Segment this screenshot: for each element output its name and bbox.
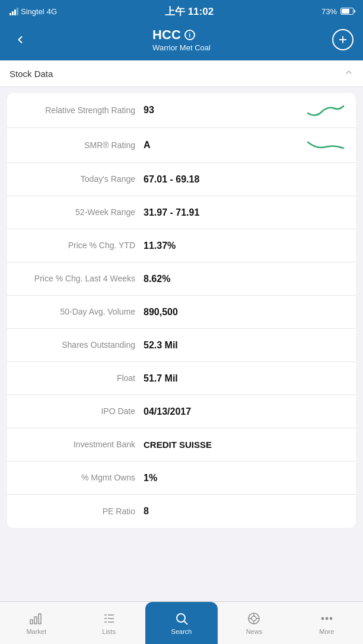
- lists-icon: [102, 611, 116, 626]
- header-center: HCC i Warrior Met Coal: [152, 27, 211, 52]
- section-header: Stock Data: [0, 60, 363, 87]
- table-row: 50-Day Avg. Volume 890,500: [7, 296, 356, 329]
- row-value-4: 11.37%: [144, 241, 346, 251]
- status-time: 上午 11:02: [165, 5, 214, 18]
- table-row: % Mgmt Owns 1%: [7, 462, 356, 495]
- row-value-8: 51.7 Mil: [144, 373, 346, 384]
- table-row: Float 51.7 Mil: [7, 362, 356, 395]
- sparkline-1: [305, 136, 346, 154]
- network-label: 4G: [47, 7, 57, 16]
- row-value-9: 04/13/2017: [144, 406, 346, 417]
- row-value-12: 8: [144, 506, 346, 517]
- status-left: Singtel 4G: [9, 7, 57, 16]
- table-row: SMR® Rating A: [7, 128, 356, 163]
- row-value-5: 8.62%: [144, 274, 346, 284]
- news-icon: [247, 611, 261, 626]
- nav-lists-label: Lists: [102, 628, 116, 635]
- more-icon: [320, 611, 334, 626]
- table-row: PE Ratio 8: [7, 495, 356, 528]
- nav-market[interactable]: Market: [0, 602, 72, 644]
- info-icon-button[interactable]: i: [184, 30, 195, 40]
- status-bar: Singtel 4G 上午 11:02 73%: [0, 0, 363, 21]
- status-right: 73%: [321, 7, 354, 16]
- row-value-10: CREDIT SUISSE: [144, 440, 346, 450]
- row-label-10: Investment Bank: [17, 439, 135, 450]
- carrier-label: Singtel: [21, 7, 44, 16]
- row-label-1: SMR® Rating: [17, 140, 135, 150]
- row-label-12: PE Ratio: [17, 506, 135, 517]
- row-value-11: 1%: [144, 473, 346, 483]
- svg-point-21: [330, 617, 332, 619]
- row-value-7: 52.3 Mil: [144, 340, 346, 351]
- chart-icon: [29, 611, 43, 626]
- svg-point-14: [251, 616, 256, 621]
- row-label-6: 50-Day Avg. Volume: [17, 306, 135, 317]
- svg-line-12: [184, 621, 188, 624]
- svg-point-19: [321, 617, 323, 619]
- table-row: Price % Chg. YTD 11.37%: [7, 229, 356, 262]
- svg-rect-2: [30, 620, 33, 624]
- table-row: IPO Date 04/13/2017: [7, 395, 356, 428]
- battery-percent: 73%: [321, 7, 337, 16]
- row-value-0: 93: [144, 105, 305, 116]
- battery-icon: [340, 8, 354, 15]
- header: HCC i Warrior Met Coal: [0, 21, 363, 60]
- row-value-3: 31.97 - 71.91: [144, 207, 346, 218]
- nav-more-label: More: [319, 628, 334, 635]
- row-label-9: IPO Date: [17, 406, 135, 416]
- nav-lists[interactable]: Lists: [72, 602, 145, 644]
- row-label-3: 52-Week Range: [17, 207, 135, 217]
- back-button[interactable]: [9, 29, 31, 50]
- table-row: Price % Chg. Last 4 Weeks 8.62%: [7, 262, 356, 296]
- nav-news-label: News: [246, 628, 263, 635]
- sparkline-0: [305, 101, 346, 119]
- row-value-6: 890,500: [144, 307, 346, 318]
- signal-icon: [9, 7, 18, 15]
- table-row: 52-Week Range 31.97 - 71.91: [7, 196, 356, 229]
- nav-market-label: Market: [26, 628, 46, 635]
- nav-search[interactable]: Search: [145, 602, 218, 644]
- row-label-8: Float: [17, 373, 135, 383]
- table-row: Today's Range 67.01 - 69.18: [7, 163, 356, 196]
- svg-rect-4: [39, 614, 41, 624]
- row-label-11: % Mgmt Owns: [17, 472, 135, 483]
- row-label-4: Price % Chg. YTD: [17, 240, 135, 251]
- collapse-button[interactable]: [344, 68, 354, 79]
- row-label-7: Shares Outstanding: [17, 339, 135, 350]
- table-row: Relative Strength Rating 93: [7, 93, 356, 128]
- table-row: Investment Bank CREDIT SUISSE: [7, 428, 356, 462]
- nav-more[interactable]: More: [291, 602, 363, 644]
- svg-point-20: [326, 617, 327, 619]
- search-icon: [174, 611, 189, 626]
- time-label: 上午 11:02: [165, 6, 214, 17]
- svg-point-11: [177, 614, 185, 622]
- row-label-2: Today's Range: [17, 174, 135, 184]
- company-name: Warrior Met Coal: [152, 43, 211, 52]
- svg-rect-3: [34, 617, 37, 624]
- ticker-label: HCC: [152, 27, 181, 43]
- row-label-0: Relative Strength Rating: [17, 105, 135, 116]
- row-value-2: 67.01 - 69.18: [144, 174, 346, 185]
- row-label-5: Price % Chg. Last 4 Weeks: [17, 273, 135, 284]
- nav-news[interactable]: News: [218, 602, 290, 644]
- ticker-row: HCC i: [152, 27, 211, 43]
- table-row: Shares Outstanding 52.3 Mil: [7, 329, 356, 362]
- section-title: Stock Data: [9, 69, 53, 79]
- data-table: Relative Strength Rating 93 SMR® Rating …: [7, 93, 356, 528]
- bottom-nav: Market Lists Search News: [0, 601, 363, 644]
- row-value-1: A: [144, 140, 305, 150]
- add-button[interactable]: [332, 29, 354, 50]
- nav-search-label: Search: [171, 628, 192, 635]
